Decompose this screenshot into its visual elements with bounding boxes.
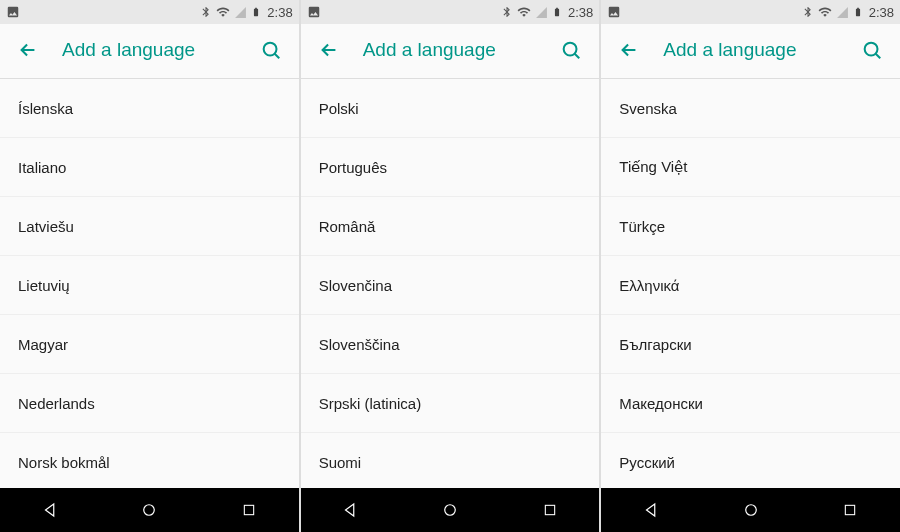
status-time: 2:38 <box>568 5 593 20</box>
language-list: Íslenska Italiano Latviešu Lietuvių Magy… <box>0 79 299 488</box>
image-icon <box>307 5 321 19</box>
search-button[interactable] <box>557 36 585 64</box>
svg-point-6 <box>865 43 878 56</box>
battery-icon <box>552 5 562 19</box>
language-label: Български <box>619 336 691 353</box>
svg-point-4 <box>445 505 456 516</box>
back-button[interactable] <box>615 36 643 64</box>
list-item[interactable]: Polski <box>301 79 600 138</box>
list-item[interactable]: Română <box>301 197 600 256</box>
status-time: 2:38 <box>267 5 292 20</box>
nav-bar <box>601 488 900 532</box>
nav-back-button[interactable] <box>320 488 380 532</box>
app-bar: Add a language <box>301 24 600 76</box>
language-list: Polski Português Română Slovenčina Slove… <box>301 79 600 488</box>
list-item[interactable]: Svenska <box>601 79 900 138</box>
search-button[interactable] <box>257 36 285 64</box>
bluetooth-icon <box>501 6 513 18</box>
nav-back-button[interactable] <box>621 488 681 532</box>
list-item[interactable]: Lietuvių <box>0 256 299 315</box>
search-button[interactable] <box>858 36 886 64</box>
list-item[interactable]: Türkçe <box>601 197 900 256</box>
back-button[interactable] <box>315 36 343 64</box>
page-title: Add a language <box>363 39 558 61</box>
list-item[interactable]: Latviešu <box>0 197 299 256</box>
language-label: Norsk bokmål <box>18 454 110 471</box>
nav-home-button[interactable] <box>721 488 781 532</box>
battery-icon <box>251 5 261 19</box>
nav-back-button[interactable] <box>20 488 80 532</box>
status-bar: 2:38 <box>301 0 600 24</box>
status-time: 2:38 <box>869 5 894 20</box>
phone-screen-3: 2:38 Add a language Svenska Tiếng Việt T… <box>601 0 900 532</box>
wifi-icon <box>517 5 531 19</box>
nav-home-button[interactable] <box>420 488 480 532</box>
list-item[interactable]: Slovenčina <box>301 256 600 315</box>
phone-screen-1: 2:38 Add a language Íslenska Italiano La… <box>0 0 299 532</box>
language-label: Slovenščina <box>319 336 400 353</box>
language-label: Nederlands <box>18 395 95 412</box>
image-icon <box>6 5 20 19</box>
page-title: Add a language <box>62 39 257 61</box>
list-item[interactable]: Magyar <box>0 315 299 374</box>
svg-point-1 <box>144 505 155 516</box>
nav-home-button[interactable] <box>119 488 179 532</box>
svg-rect-5 <box>545 505 554 514</box>
language-label: Polski <box>319 100 359 117</box>
status-bar: 2:38 <box>0 0 299 24</box>
language-label: Português <box>319 159 387 176</box>
nav-recent-button[interactable] <box>820 488 880 532</box>
app-bar: Add a language <box>0 24 299 76</box>
language-list: Svenska Tiếng Việt Türkçe Ελληνικά Бълга… <box>601 79 900 488</box>
signal-icon <box>836 6 849 19</box>
list-item[interactable]: Srpski (latinica) <box>301 374 600 433</box>
svg-rect-2 <box>244 505 253 514</box>
svg-point-0 <box>263 43 276 56</box>
language-label: Ελληνικά <box>619 277 679 294</box>
battery-icon <box>853 5 863 19</box>
list-item[interactable]: Русский <box>601 433 900 488</box>
nav-recent-button[interactable] <box>219 488 279 532</box>
svg-point-3 <box>564 43 577 56</box>
bluetooth-icon <box>200 6 212 18</box>
nav-recent-button[interactable] <box>520 488 580 532</box>
back-button[interactable] <box>14 36 42 64</box>
svg-rect-8 <box>846 505 855 514</box>
list-item[interactable]: Slovenščina <box>301 315 600 374</box>
language-label: Türkçe <box>619 218 665 235</box>
wifi-icon <box>216 5 230 19</box>
language-label: Srpski (latinica) <box>319 395 422 412</box>
list-item[interactable]: Български <box>601 315 900 374</box>
language-label: Magyar <box>18 336 68 353</box>
list-item[interactable]: Ελληνικά <box>601 256 900 315</box>
phone-screen-2: 2:38 Add a language Polski Português Rom… <box>301 0 600 532</box>
status-bar: 2:38 <box>601 0 900 24</box>
language-label: Tiếng Việt <box>619 158 687 176</box>
list-item[interactable]: Português <box>301 138 600 197</box>
list-item[interactable]: Tiếng Việt <box>601 138 900 197</box>
nav-bar <box>301 488 600 532</box>
list-item[interactable]: Македонски <box>601 374 900 433</box>
wifi-icon <box>818 5 832 19</box>
signal-icon <box>234 6 247 19</box>
language-label: Latviešu <box>18 218 74 235</box>
language-label: Slovenčina <box>319 277 392 294</box>
list-item[interactable]: Italiano <box>0 138 299 197</box>
language-label: Italiano <box>18 159 66 176</box>
svg-point-7 <box>745 505 756 516</box>
app-bar: Add a language <box>601 24 900 76</box>
image-icon <box>607 5 621 19</box>
language-label: Македонски <box>619 395 703 412</box>
signal-icon <box>535 6 548 19</box>
list-item[interactable]: Nederlands <box>0 374 299 433</box>
list-item[interactable]: Norsk bokmål <box>0 433 299 488</box>
language-label: Suomi <box>319 454 362 471</box>
nav-bar <box>0 488 299 532</box>
language-label: Íslenska <box>18 100 73 117</box>
list-item[interactable]: Suomi <box>301 433 600 488</box>
bluetooth-icon <box>802 6 814 18</box>
language-label: Svenska <box>619 100 677 117</box>
list-item[interactable]: Íslenska <box>0 79 299 138</box>
language-label: Lietuvių <box>18 277 70 294</box>
language-label: Русский <box>619 454 675 471</box>
